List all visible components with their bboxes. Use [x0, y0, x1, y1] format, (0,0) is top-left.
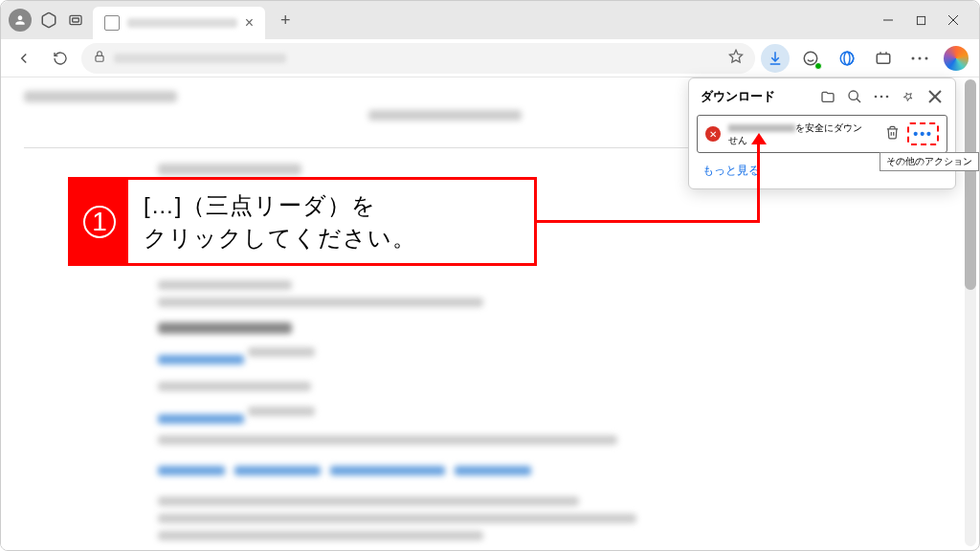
back-button[interactable] — [9, 43, 39, 74]
svg-point-21 — [875, 96, 878, 99]
download-more-actions-button[interactable]: ••• — [913, 126, 933, 142]
svg-marker-7 — [729, 50, 742, 62]
workspaces-icon[interactable] — [39, 11, 58, 30]
svg-point-17 — [919, 56, 922, 59]
profile-avatar[interactable] — [9, 9, 32, 32]
svg-rect-13 — [877, 54, 890, 63]
new-tab-button[interactable]: + — [280, 11, 291, 31]
tab-actions-icon[interactable] — [66, 11, 85, 30]
more-menu-button[interactable] — [904, 43, 935, 74]
lock-icon — [93, 50, 106, 67]
downloads-button[interactable] — [761, 44, 790, 73]
scrollbar-thumb[interactable] — [965, 79, 976, 290]
pin-downloads-button[interactable] — [900, 88, 917, 105]
instruction-annotation: 1 […]（三点リーダ）をクリックしてください。 — [68, 177, 537, 266]
svg-point-23 — [886, 96, 889, 99]
favorites-button[interactable] — [832, 43, 862, 74]
extensions-button[interactable] — [795, 43, 826, 74]
refresh-button[interactable] — [45, 43, 76, 74]
tooltip: その他のアクション — [880, 152, 979, 171]
address-bar[interactable] — [81, 43, 755, 74]
svg-point-18 — [925, 56, 928, 59]
downloads-panel: ダウンロード ✕ を安全にダウンせん ••• もっと見る — [688, 77, 956, 189]
downloads-more-button[interactable] — [873, 88, 890, 105]
svg-point-19 — [849, 91, 858, 99]
svg-rect-0 — [70, 15, 81, 24]
svg-point-22 — [880, 96, 883, 99]
search-downloads-button[interactable] — [846, 88, 863, 105]
instruction-text: […]（三点リーダ）をクリックしてください。 — [128, 180, 432, 263]
page-icon — [104, 15, 120, 31]
svg-point-16 — [912, 56, 915, 59]
annotation-arrow — [757, 140, 760, 223]
downloads-panel-title: ダウンロード — [701, 88, 810, 105]
close-downloads-button[interactable] — [926, 88, 944, 105]
svg-rect-1 — [73, 18, 79, 22]
favorite-star-icon[interactable] — [728, 49, 744, 68]
collections-button[interactable] — [868, 43, 899, 74]
window-titlebar: × + — [1, 1, 979, 39]
open-folder-button[interactable] — [819, 88, 836, 105]
svg-line-20 — [857, 99, 860, 102]
badge-dot — [814, 62, 822, 70]
delete-download-button[interactable] — [885, 125, 900, 143]
maximize-button[interactable] — [914, 13, 927, 27]
minimize-button[interactable] — [881, 13, 895, 27]
download-item: ✕ を安全にダウンせん ••• — [697, 115, 947, 153]
vertical-scrollbar[interactable] — [965, 79, 976, 546]
tab-title-blurred — [127, 18, 237, 28]
annotation-arrow — [537, 220, 759, 223]
svg-rect-6 — [96, 55, 103, 61]
browser-toolbar — [1, 39, 979, 77]
svg-rect-3 — [917, 16, 924, 24]
copilot-button[interactable] — [941, 43, 971, 74]
svg-point-12 — [844, 52, 850, 65]
url-blurred — [114, 54, 286, 63]
tab-close-button[interactable]: × — [245, 14, 254, 32]
close-window-button[interactable] — [947, 13, 960, 27]
annotation-arrowhead — [751, 133, 767, 144]
browser-tab[interactable]: × — [93, 7, 265, 39]
blocked-icon: ✕ — [705, 126, 721, 142]
highlighted-more-actions: ••• — [907, 122, 939, 145]
step-number-badge: 1 — [71, 180, 128, 263]
